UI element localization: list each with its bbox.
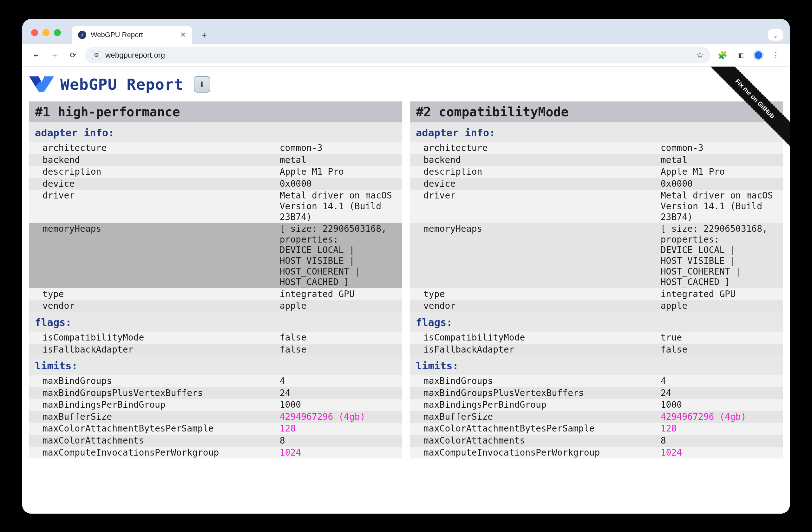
- table-row: isCompatibilityModetrue: [410, 331, 783, 344]
- row-value: 8: [661, 435, 783, 446]
- site-settings-icon[interactable]: ⚙: [92, 51, 100, 59]
- row-value: 4294967296 (4gb): [661, 412, 783, 422]
- table-row: maxBindGroupsPlusVertexBuffers24: [29, 387, 402, 399]
- row-value: 24: [280, 388, 402, 399]
- row-value: Apple M1 Pro: [661, 166, 783, 177]
- row-value: 0x0000: [661, 178, 783, 189]
- row-value: common-3: [661, 143, 783, 153]
- browser-tab[interactable]: i WebGPU Report ✕: [72, 26, 192, 44]
- row-value: false: [280, 332, 402, 343]
- adapter-column: #2 compatibilityModeadapter info:archite…: [410, 101, 783, 458]
- row-value: apple: [661, 300, 783, 311]
- table-row: driverMetal driver on macOS Version 14.1…: [29, 190, 402, 223]
- table-row: maxBindingsPerBindGroup1000: [410, 399, 783, 411]
- table-row: typeintegrated GPU: [29, 288, 402, 300]
- table-row: maxBufferSize4294967296 (4gb): [410, 411, 783, 423]
- adapter-column: #1 high-performanceadapter info:architec…: [29, 101, 402, 458]
- row-value: true: [661, 332, 783, 343]
- row-key: maxBindingsPerBindGroup: [43, 399, 280, 410]
- table-row: memoryHeaps[ size: 22906503168, properti…: [410, 223, 783, 288]
- row-key: device: [423, 178, 661, 189]
- column-heading: #2 compatibilityMode: [410, 101, 783, 122]
- table-row: backendmetal: [29, 154, 402, 166]
- row-key: maxComputeInvocationsPerWorkgroup: [43, 447, 280, 458]
- row-key: maxColorAttachmentBytesPerSample: [423, 423, 661, 434]
- row-key: driver: [423, 190, 661, 222]
- row-value: 1000: [280, 399, 402, 410]
- row-value: Metal driver on macOS Version 14.1 (Buil…: [280, 190, 402, 222]
- reload-button[interactable]: ⟳: [67, 49, 79, 61]
- row-value: Metal driver on macOS Version 14.1 (Buil…: [661, 190, 783, 222]
- table-row: maxColorAttachments8: [29, 435, 402, 447]
- maximize-window-button[interactable]: [54, 29, 61, 36]
- row-value: 1024: [280, 447, 402, 458]
- row-value: 128: [661, 423, 783, 434]
- row-key: description: [423, 166, 661, 177]
- back-button[interactable]: ←: [30, 49, 43, 61]
- table-row: maxColorAttachments8: [410, 435, 783, 447]
- row-value: metal: [661, 155, 783, 165]
- extensions-icon[interactable]: 🧩: [716, 49, 729, 61]
- kebab-menu-icon[interactable]: ⋮: [769, 49, 782, 61]
- row-key: isFallbackAdapter: [43, 344, 280, 355]
- section-heading: flags:: [29, 312, 402, 331]
- row-key: device: [43, 178, 280, 189]
- row-value: 4: [661, 376, 783, 386]
- tab-strip: i WebGPU Report ✕ ＋ ⌄: [22, 19, 790, 44]
- minimize-window-button[interactable]: [43, 29, 49, 36]
- table-row: descriptionApple M1 Pro: [29, 166, 402, 178]
- profile-avatar[interactable]: [753, 50, 764, 61]
- row-value: common-3: [280, 143, 402, 153]
- table-row: maxBindGroups4: [29, 375, 402, 387]
- forward-button[interactable]: →: [48, 49, 61, 61]
- page-content: WebGPU Report ⬇ #1 high-performanceadapt…: [22, 66, 790, 514]
- browser-window: i WebGPU Report ✕ ＋ ⌄ ← → ⟳ ⚙ webgpurepo…: [22, 19, 790, 514]
- table-row: isFallbackAdapterfalse: [29, 344, 402, 356]
- bookmark-icon[interactable]: ☆: [696, 50, 704, 60]
- row-value: 1024: [661, 447, 783, 458]
- url-text: webgpureport.org: [105, 51, 165, 60]
- table-row: driverMetal driver on macOS Version 14.1…: [410, 190, 783, 223]
- section-heading: flags:: [410, 312, 783, 331]
- new-tab-button[interactable]: ＋: [197, 28, 211, 42]
- row-key: vendor: [43, 300, 280, 311]
- table-row: maxColorAttachmentBytesPerSample128: [410, 423, 783, 435]
- table-row: device0x0000: [29, 178, 402, 190]
- row-value: [ size: 22906503168, properties: DEVICE_…: [661, 223, 783, 287]
- row-value: Apple M1 Pro: [280, 166, 402, 177]
- download-button[interactable]: ⬇: [194, 76, 210, 92]
- row-key: description: [43, 166, 280, 177]
- row-value: 24: [661, 388, 783, 399]
- row-key: memoryHeaps: [43, 223, 280, 287]
- table-row: maxComputeInvocationsPerWorkgroup1024: [410, 447, 783, 459]
- row-key: maxColorAttachments: [423, 435, 661, 446]
- table-row: architecturecommon-3: [29, 142, 402, 154]
- row-key: vendor: [423, 300, 661, 311]
- table-row: device0x0000: [410, 178, 783, 190]
- page-title: WebGPU Report ⬇: [29, 75, 783, 93]
- close-window-button[interactable]: [31, 29, 38, 36]
- table-row: isCompatibilityModefalse: [29, 331, 402, 344]
- address-bar[interactable]: ⚙ webgpureport.org ☆: [85, 47, 710, 63]
- table-row: maxComputeInvocationsPerWorkgroup1024: [29, 447, 402, 459]
- tab-overflow-button[interactable]: ⌄: [768, 29, 783, 41]
- download-icon: ⬇: [199, 78, 205, 91]
- row-value: [ size: 22906503168, properties: DEVICE_…: [280, 223, 402, 287]
- side-panel-icon[interactable]: ◧: [735, 49, 747, 61]
- table-row: maxBindingsPerBindGroup1000: [29, 399, 402, 411]
- section-heading: adapter info:: [410, 122, 783, 142]
- row-key: isCompatibilityMode: [423, 332, 661, 343]
- row-key: backend: [423, 155, 661, 165]
- table-row: vendorapple: [410, 300, 783, 312]
- row-key: maxBufferSize: [43, 412, 280, 422]
- row-key: maxBindGroups: [423, 376, 661, 386]
- row-value: false: [280, 344, 402, 355]
- window-controls: [31, 29, 61, 36]
- table-row: maxBindGroupsPlusVertexBuffers24: [410, 387, 783, 399]
- row-key: maxBindGroups: [43, 376, 280, 386]
- close-tab-button[interactable]: ✕: [180, 31, 186, 39]
- webgpu-logo-icon: [29, 76, 54, 92]
- table-row: descriptionApple M1 Pro: [410, 166, 783, 178]
- row-key: architecture: [43, 143, 280, 153]
- title-text: WebGPU Report: [60, 75, 184, 93]
